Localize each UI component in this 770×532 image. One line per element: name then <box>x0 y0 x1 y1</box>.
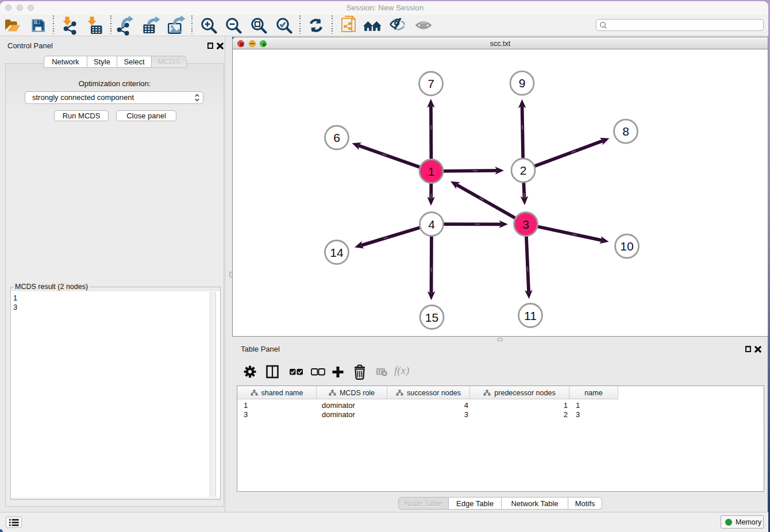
svg-text:8: 8 <box>622 125 629 138</box>
svg-text:10: 10 <box>620 240 633 253</box>
svg-text:2: 2 <box>520 164 527 177</box>
svg-text:6: 6 <box>333 131 340 144</box>
svg-text:7: 7 <box>428 77 434 90</box>
svg-text:4: 4 <box>428 218 435 231</box>
svg-text:3: 3 <box>522 218 529 231</box>
svg-text:11: 11 <box>524 309 537 322</box>
svg-text:15: 15 <box>425 311 438 324</box>
svg-text:9: 9 <box>519 76 526 90</box>
svg-text:1: 1 <box>428 165 435 178</box>
svg-text:14: 14 <box>330 246 344 259</box>
